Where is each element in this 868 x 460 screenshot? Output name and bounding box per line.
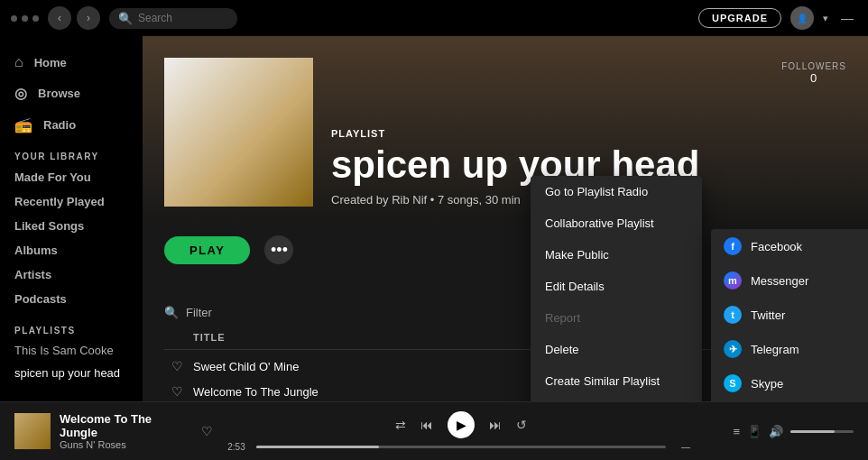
progress-bar-container: 2:53 — [224, 442, 698, 452]
devices-icon[interactable]: 📱 [747, 425, 762, 438]
menu-item-download[interactable]: Download [531, 397, 702, 401]
filter-label[interactable]: Filter [186, 306, 212, 319]
sidebar-item-recently-played[interactable]: Recently Played [0, 189, 143, 214]
prev-button[interactable]: ⏮ [420, 418, 433, 432]
sidebar-item-radio[interactable]: 📻 Radio [0, 109, 143, 141]
progress-fill [256, 446, 379, 448]
player-right: ≡ 📱 🔊 [709, 425, 854, 438]
account-chevron-icon[interactable]: ▾ [823, 13, 828, 24]
menu-item-delete-label: Delete [545, 343, 579, 356]
playlist-header: PLAYLIST spicen up your head Created by … [143, 36, 868, 221]
sidebar-item-made-for-you[interactable]: Made For You [0, 165, 143, 189]
menu-item-create-similar-label: Create Similar Playlist [545, 374, 660, 388]
playlist-artwork [164, 58, 313, 207]
more-options-button[interactable]: ••• [264, 235, 293, 264]
sidebar: ⌂ Home ◎ Browse 📻 Radio YOUR LIBRARY Mad… [0, 36, 143, 401]
sidebar-playlist-spicen-up-your-head[interactable]: spicen up your head [0, 362, 143, 384]
queue-icon[interactable]: ≡ [733, 425, 740, 438]
sidebar-item-browse[interactable]: ◎ Browse [0, 78, 143, 109]
progress-track[interactable] [256, 446, 666, 448]
track-name: Welcome To The Jungle [193, 385, 532, 399]
sidebar-item-radio-label: Radio [43, 118, 76, 132]
context-menu: Go to Playlist Radio Collaborative Playl… [531, 176, 702, 401]
total-time: — [673, 442, 698, 452]
browse-icon: ◎ [14, 85, 27, 102]
dot3 [32, 15, 39, 22]
facebook-icon: f [724, 237, 742, 255]
playlists-section: PLAYLISTS This Is Sam Cooke spicen up yo… [0, 311, 143, 395]
main-layout: ⌂ Home ◎ Browse 📻 Radio YOUR LIBRARY Mad… [0, 36, 868, 401]
radio-icon: 📻 [14, 116, 32, 133]
sidebar-item-podcasts[interactable]: Podcasts [0, 287, 143, 311]
submenu-item-telegram[interactable]: ✈ Telegram [711, 332, 868, 366]
submenu-twitter-label: Twitter [751, 308, 785, 322]
submenu-facebook-label: Facebook [751, 240, 802, 253]
sidebar-item-albums[interactable]: Albums [0, 238, 143, 262]
dot1 [11, 15, 17, 22]
home-icon: ⌂ [14, 54, 23, 70]
submenu-telegram-label: Telegram [751, 343, 799, 356]
nav-forward-button[interactable]: › [77, 6, 100, 30]
menu-item-edit-details[interactable]: Edit Details [531, 271, 702, 302]
filter-search-icon: 🔍 [164, 306, 179, 319]
col-num [171, 332, 193, 344]
nav-arrows: ‹ › [48, 6, 100, 30]
window-controls [11, 15, 39, 22]
next-button[interactable]: ⏭ [489, 418, 502, 432]
upgrade-button[interactable]: UPGRADE [698, 8, 781, 28]
heart-icon[interactable]: ♡ [171, 384, 193, 399]
submenu-item-twitter[interactable]: t Twitter [711, 298, 868, 332]
menu-item-delete[interactable]: Delete [531, 334, 702, 365]
menu-item-edit-details-label: Edit Details [545, 280, 605, 293]
player-heart-icon[interactable]: ♡ [201, 424, 213, 438]
current-time: 2:53 [224, 442, 249, 452]
avatar[interactable]: 👤 [790, 6, 814, 30]
sidebar-playlist-this-is-sam-cooke[interactable]: This Is Sam Cooke [0, 339, 143, 362]
search-input[interactable] [138, 12, 228, 24]
top-bar: ‹ › 🔍 UPGRADE 👤 ▾ — [0, 0, 868, 36]
submenu-item-tumblr[interactable]: t Tumblr [711, 400, 868, 401]
heart-icon[interactable]: ♡ [171, 359, 193, 373]
messenger-icon: m [724, 271, 742, 290]
player-track-artist: Guns N' Roses [60, 439, 187, 450]
your-library-label: YOUR LIBRARY [0, 141, 143, 165]
sidebar-item-artists[interactable]: Artists [0, 262, 143, 287]
menu-item-playlist-radio-label: Go to Playlist Radio [545, 185, 648, 198]
shuffle-button[interactable]: ⇄ [395, 418, 406, 432]
submenu-item-skype[interactable]: S Skype [711, 366, 868, 400]
menu-item-report: Report [531, 302, 702, 334]
menu-item-make-public[interactable]: Make Public [531, 239, 702, 271]
search-icon: 🔍 [118, 12, 133, 25]
player-buttons: ⇄ ⏮ ▶ ⏭ ↺ [395, 411, 527, 438]
submenu-item-facebook[interactable]: f Facebook [711, 229, 868, 263]
player-text: Welcome To The Jungle Guns N' Roses [60, 412, 187, 450]
col-title-header: TITLE [193, 332, 532, 344]
submenu-item-messenger[interactable]: m Messenger [711, 263, 868, 298]
submenu-skype-label: Skype [751, 377, 783, 391]
submenu-messenger-label: Messenger [751, 274, 808, 288]
nav-back-button[interactable]: ‹ [48, 6, 71, 30]
search-bar[interactable]: 🔍 [109, 8, 237, 29]
telegram-icon: ✈ [724, 340, 742, 358]
menu-item-make-public-label: Make Public [545, 248, 609, 262]
sidebar-item-home-label: Home [34, 56, 67, 69]
followers-label-text: FOLLOWERS [781, 61, 846, 71]
menu-item-report-label: Report [545, 311, 580, 325]
sidebar-item-liked-songs[interactable]: Liked Songs [0, 214, 143, 238]
minimize-button[interactable]: — [837, 11, 857, 25]
followers-section: FOLLOWERS 0 [781, 61, 846, 85]
volume-icon[interactable]: 🔊 [769, 425, 783, 438]
content-area: PLAYLIST spicen up your head Created by … [143, 36, 868, 401]
share-submenu: f Facebook m Messenger t Twitter ✈ Teleg… [711, 229, 868, 401]
sidebar-item-home[interactable]: ⌂ Home [0, 47, 143, 78]
menu-item-playlist-radio[interactable]: Go to Playlist Radio [531, 176, 702, 207]
volume-fill [790, 430, 835, 433]
play-button[interactable]: PLAY [164, 236, 250, 264]
followers-count: 0 [781, 71, 846, 85]
play-pause-button[interactable]: ▶ [448, 411, 475, 438]
menu-item-collab[interactable]: Collaborative Playlist [531, 207, 702, 239]
dot2 [22, 15, 28, 22]
menu-item-create-similar[interactable]: Create Similar Playlist [531, 365, 702, 397]
volume-bar[interactable] [790, 430, 854, 433]
repeat-button[interactable]: ↺ [516, 418, 527, 432]
